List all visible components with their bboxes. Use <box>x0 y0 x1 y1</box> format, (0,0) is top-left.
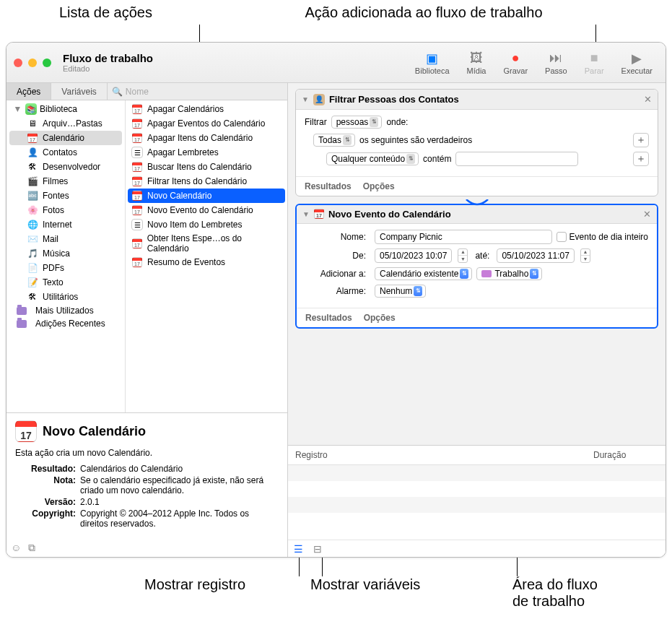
stepper-de[interactable]: ▲▼ <box>458 248 468 263</box>
tab-resultados[interactable]: Resultados <box>305 181 352 191</box>
sidebar-category[interactable]: 👤Contatos <box>6 145 125 160</box>
annotation-bottom-mid: Mostrar variáveis <box>310 576 420 593</box>
tab-opcoes[interactable]: Opções <box>363 181 395 191</box>
select-calendario[interactable]: Trabalho⇅ <box>476 267 542 280</box>
sidebar-smart-folder[interactable]: Mais Utilizados <box>6 304 125 317</box>
close-icon[interactable]: ✕ <box>643 209 651 220</box>
folder-icon <box>17 320 27 328</box>
add-condition-button[interactable]: ＋ <box>633 133 649 147</box>
search-input[interactable]: 🔍 Nome <box>108 83 287 100</box>
log-column-duracao[interactable]: Duração <box>593 450 658 460</box>
sidebar-category[interactable]: 🌐Internet <box>6 217 125 232</box>
toolbar-label: Executar <box>621 66 653 75</box>
log-row <box>288 465 666 481</box>
input-nome[interactable]: Company Picnic <box>375 230 552 244</box>
sidebar-category[interactable]: 📄PDFs <box>6 261 125 275</box>
sidebar-category-label: Calendário <box>43 133 84 143</box>
calendar-icon: 17 <box>131 238 143 249</box>
library-root[interactable]: ▶ 📚 Biblioteca <box>6 102 125 116</box>
library-action-item[interactable]: 17Novo Calendário <box>128 189 285 203</box>
library-actions-list[interactable]: 17Apagar Calendários17Apagar Eventos do … <box>126 100 287 412</box>
segment-acoes[interactable]: Ações <box>6 83 51 100</box>
workflow-action-new-calendar-event[interactable]: ▼ 17 Novo Evento do Calendário ✕ Nome: C… <box>295 204 658 329</box>
sidebar-category[interactable]: 17Calendário <box>9 131 122 145</box>
sidebar-category[interactable]: 🖥Arquiv…Pastas <box>6 116 125 131</box>
select-todas[interactable]: Todas⇅ <box>313 134 355 147</box>
library-action-item[interactable]: 17Obter Itens Espe…os do Calendário <box>126 232 287 255</box>
sidebar-category[interactable]: 🛠Desenvolvedor <box>6 160 125 174</box>
select-pessoas[interactable]: pessoas⇅ <box>331 116 383 129</box>
workflow-action-filter-contacts[interactable]: ▼ 👤 Filtrar Pessoas dos Contatos ✕ Filtr… <box>295 89 658 196</box>
library-action-item[interactable]: 17Resumo de Eventos <box>126 255 287 269</box>
smile-icon[interactable]: ☺ <box>11 542 21 554</box>
sidebar-category[interactable]: 🎬Filmes <box>6 174 125 189</box>
library-categories[interactable]: ▶ 📚 Biblioteca 🖥Arquiv…Pastas17Calendári… <box>6 100 126 412</box>
select-adicionar[interactable]: Calendário existente⇅ <box>375 267 472 280</box>
library-action-item[interactable]: 17Apagar Calendários <box>126 102 287 116</box>
select-qualquer[interactable]: Qualquer conteúdo⇅ <box>326 152 419 165</box>
library-action-item[interactable]: 17Buscar Itens do Calendário <box>126 160 287 174</box>
flow-icon[interactable]: ⧉ <box>28 542 35 554</box>
library-action-label: Resumo de Eventos <box>147 257 225 267</box>
detail-value: Calendários do Calendário <box>80 464 279 474</box>
dev-icon: 🛠 <box>27 161 38 173</box>
util-icon: 🛠 <box>27 291 38 303</box>
log-rows[interactable] <box>288 465 666 540</box>
calendar-icon: 17 <box>131 103 143 115</box>
detail-title: Novo Calendário <box>43 424 146 439</box>
workflow-area[interactable]: ▼ 👤 Filtrar Pessoas dos Contatos ✕ Filtr… <box>288 83 666 445</box>
toolbar-midia[interactable]: 🖼 Mídia <box>461 48 492 78</box>
toolbar-biblioteca[interactable]: ▣ Biblioteca <box>409 48 455 78</box>
show-log-icon[interactable]: ☰ <box>294 543 303 555</box>
library-icon: 📚 <box>25 103 37 115</box>
zoom-button[interactable] <box>43 59 51 67</box>
sidebar-smart-folder[interactable]: Adições Recentes <box>6 317 125 330</box>
library-action-item[interactable]: 17Apagar Itens do Calendário <box>126 131 287 145</box>
annotation-line <box>299 556 300 576</box>
close-button[interactable] <box>14 59 22 67</box>
segment-variaveis[interactable]: Variáveis <box>51 83 107 100</box>
folder-icon <box>17 307 27 315</box>
input-de[interactable]: 05/10/2023 10:07 <box>375 248 452 263</box>
toolbar-label: Mídia <box>467 66 486 75</box>
library-action-item[interactable]: ☰Novo Item do Lembretes <box>126 217 287 232</box>
minimize-button[interactable] <box>28 59 37 67</box>
toolbar-executar[interactable]: ▶ Executar <box>616 48 658 78</box>
input-ate[interactable]: 05/10/2023 11:07 <box>497 248 574 263</box>
checkbox-allday[interactable]: Evento de dia inteiro <box>557 232 648 242</box>
library-action-label: Novo Calendário <box>147 191 211 201</box>
calendar-icon: 17 <box>314 209 324 219</box>
disclosure-icon[interactable]: ▼ <box>302 210 310 218</box>
tab-opcoes[interactable]: Opções <box>364 313 396 323</box>
library-action-item[interactable]: 17Filtrar Itens do Calendário <box>126 174 287 189</box>
toolbar-buttons: ▣ Biblioteca 🖼 Mídia ● Gravar ⏭ Passo ■ … <box>409 48 658 78</box>
close-icon[interactable]: ✕ <box>644 94 652 105</box>
toolbar-gravar[interactable]: ● Gravar <box>497 48 533 78</box>
text-icon: 📝 <box>27 277 38 288</box>
sidebar-category[interactable]: 🔤Fontes <box>6 189 125 203</box>
sidebar-category[interactable]: 🛠Utilitários <box>6 290 125 304</box>
add-condition-button[interactable]: ＋ <box>633 152 649 166</box>
sidebar-category[interactable]: 📝Texto <box>6 275 125 290</box>
stepper-ate[interactable]: ▲▼ <box>580 248 590 263</box>
contacts-icon: 👤 <box>27 147 38 158</box>
label-contem: contém <box>423 154 451 164</box>
sidebar-category[interactable]: 🎵Música <box>6 246 125 261</box>
sidebar-category-label: Filmes <box>43 176 68 186</box>
log-column-registro[interactable]: Registro <box>295 450 593 460</box>
toolbar-parar[interactable]: ■ Parar <box>579 48 610 78</box>
library-action-item[interactable]: ☰Apagar Lembretes <box>126 145 287 160</box>
calendar-icon: 17 <box>131 256 143 268</box>
tab-resultados[interactable]: Resultados <box>305 313 352 323</box>
calendar-icon: 17 <box>131 132 143 144</box>
disclosure-icon[interactable]: ▶ <box>14 107 22 112</box>
library-action-item[interactable]: 17Apagar Eventos do Calendário <box>126 116 287 131</box>
library-action-item[interactable]: 17Novo Evento do Calendário <box>126 203 287 217</box>
disclosure-icon[interactable]: ▼ <box>302 95 309 103</box>
sidebar-category[interactable]: 🌸Fotos <box>6 203 125 217</box>
select-alarme[interactable]: Nenhum⇅ <box>375 285 426 298</box>
sidebar-category[interactable]: ✉️Mail <box>6 232 125 246</box>
toolbar-passo[interactable]: ⏭ Passo <box>539 48 573 78</box>
input-contains-value[interactable] <box>455 152 578 166</box>
show-variables-icon[interactable]: ⊟ <box>313 543 322 555</box>
